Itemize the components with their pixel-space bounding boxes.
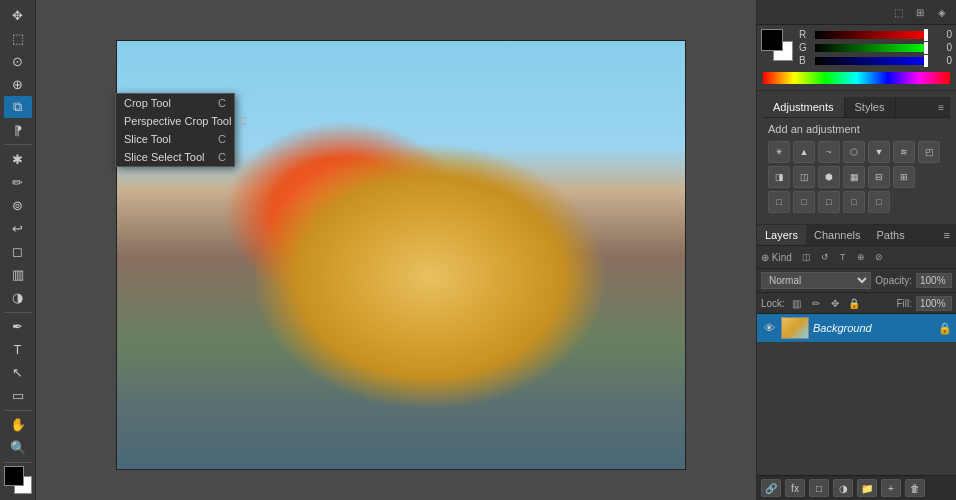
filter-adjust-btn[interactable]: ↺ bbox=[817, 249, 833, 265]
menu-item-crop-label: Crop Tool bbox=[124, 97, 171, 109]
adj-btn-levels[interactable]: ▲ bbox=[793, 141, 815, 163]
adj-btn-brightness[interactable]: ☀ bbox=[768, 141, 790, 163]
blue-label: B bbox=[799, 55, 811, 66]
lock-all-btn[interactable]: 🔒 bbox=[846, 295, 862, 311]
eraser-tool[interactable]: ◻ bbox=[4, 241, 32, 263]
layer-folder-btn[interactable]: 📁 bbox=[857, 479, 877, 497]
blue-bar[interactable] bbox=[815, 57, 928, 65]
color-spectrum[interactable] bbox=[763, 72, 950, 84]
adj-btn-bw[interactable]: ◨ bbox=[768, 166, 790, 188]
layer-fx-btn[interactable]: fx bbox=[785, 479, 805, 497]
zoom-tool[interactable]: 🔍 bbox=[4, 437, 32, 459]
adj-btn-exposure[interactable]: ⬡ bbox=[843, 141, 865, 163]
healing-brush-tool[interactable]: ✱ bbox=[4, 148, 32, 170]
type-tool[interactable]: T bbox=[4, 339, 32, 361]
opacity-input[interactable] bbox=[916, 273, 952, 288]
layers-panel: Layers Channels Paths ≡ ⊕ Kind ◫ ↺ T ⊕ ⊘… bbox=[757, 225, 956, 500]
eyedropper-tool[interactable]: ⁋ bbox=[4, 119, 32, 141]
filter-smart-btn[interactable]: ⊘ bbox=[871, 249, 887, 265]
hand-tool[interactable]: ✋ bbox=[4, 414, 32, 436]
panel-icon-3[interactable]: ◈ bbox=[932, 3, 952, 21]
adj-btn-vibrance[interactable]: ▼ bbox=[868, 141, 890, 163]
blend-mode-select[interactable]: Normal Multiply Screen Overlay bbox=[761, 272, 871, 289]
lock-position-btn[interactable]: ✥ bbox=[827, 295, 843, 311]
adj-btn-selective-color[interactable]: □ bbox=[818, 191, 840, 213]
adj-btn-curves[interactable]: ~ bbox=[818, 141, 840, 163]
adj-btn-gradient-map[interactable]: □ bbox=[793, 191, 815, 213]
tab-adjustments[interactable]: Adjustments bbox=[763, 97, 845, 117]
filter-shape-btn[interactable]: ⊕ bbox=[853, 249, 869, 265]
adj-row-3: □ □ □ □ □ bbox=[768, 191, 945, 213]
red-bar[interactable] bbox=[815, 31, 928, 39]
filter-icon-group: ◫ ↺ T ⊕ ⊘ bbox=[799, 249, 887, 265]
adj-btn-channel-mixer[interactable]: ⬢ bbox=[818, 166, 840, 188]
opacity-label: Opacity: bbox=[875, 275, 912, 286]
canvas-area: Crop Tool C Perspective Crop Tool C Slic… bbox=[36, 0, 756, 500]
green-channel-row: G 0 bbox=[797, 42, 952, 53]
menu-item-crop-shortcut: C bbox=[218, 97, 226, 109]
clone-stamp-tool[interactable]: ⊚ bbox=[4, 194, 32, 216]
fill-input[interactable] bbox=[916, 296, 952, 311]
dodge-tool[interactable]: ◑ bbox=[4, 287, 32, 309]
foreground-color-swatch[interactable] bbox=[4, 466, 24, 486]
red-channel-row: R 0 bbox=[797, 29, 952, 40]
panel-options-btn[interactable]: ≡ bbox=[932, 98, 950, 117]
layer-link-btn[interactable]: 🔗 bbox=[761, 479, 781, 497]
menu-item-slice[interactable]: Slice Tool C bbox=[116, 130, 234, 148]
fill-label: Fill: bbox=[896, 298, 912, 309]
panel-icon-2[interactable]: ⊞ bbox=[910, 3, 930, 21]
menu-item-perspective-crop[interactable]: Perspective Crop Tool C bbox=[116, 112, 234, 130]
path-select-tool[interactable]: ↖ bbox=[4, 362, 32, 384]
lock-transparent-btn[interactable]: ▥ bbox=[789, 295, 805, 311]
adj-btn-extra1[interactable]: □ bbox=[843, 191, 865, 213]
crop-tool[interactable]: ⧉ bbox=[4, 96, 32, 118]
layer-name: Background bbox=[813, 322, 934, 334]
layer-new-btn[interactable]: + bbox=[881, 479, 901, 497]
layers-filter-bar: ⊕ Kind ◫ ↺ T ⊕ ⊘ bbox=[757, 246, 956, 269]
color-section: R 0 G 0 B bbox=[757, 25, 956, 91]
toolbar-separator-1 bbox=[4, 144, 32, 145]
layer-row-background[interactable]: 👁 Background 🔒 bbox=[757, 314, 956, 342]
green-bar[interactable] bbox=[815, 44, 928, 52]
tab-channels[interactable]: Channels bbox=[806, 225, 868, 245]
blend-mode-bar: Normal Multiply Screen Overlay Opacity: bbox=[757, 269, 956, 293]
adj-btn-threshold[interactable]: □ bbox=[768, 191, 790, 213]
menu-item-crop[interactable]: Crop Tool C bbox=[116, 94, 234, 112]
color-swatches bbox=[4, 466, 32, 494]
filter-type-btn[interactable]: T bbox=[835, 249, 851, 265]
layer-adjust-btn[interactable]: ◑ bbox=[833, 479, 853, 497]
layer-mask-btn[interactable]: □ bbox=[809, 479, 829, 497]
adj-btn-extra2[interactable]: □ bbox=[868, 191, 890, 213]
lasso-tool[interactable]: ⊙ bbox=[4, 50, 32, 72]
filter-pixel-btn[interactable]: ◫ bbox=[799, 249, 815, 265]
adj-btn-invert[interactable]: ⊟ bbox=[868, 166, 890, 188]
menu-item-perspective-label: Perspective Crop Tool bbox=[124, 115, 231, 127]
tab-paths[interactable]: Paths bbox=[869, 225, 913, 245]
pen-tool[interactable]: ✒ bbox=[4, 316, 32, 338]
right-fg-swatch[interactable] bbox=[761, 29, 783, 51]
adj-btn-colorbalance[interactable]: ◰ bbox=[918, 141, 940, 163]
lock-pixels-btn[interactable]: ✏ bbox=[808, 295, 824, 311]
adj-btn-color-lookup[interactable]: ▦ bbox=[843, 166, 865, 188]
blue-channel-row: B 0 bbox=[797, 55, 952, 66]
menu-item-perspective-shortcut: C bbox=[239, 115, 247, 127]
tab-layers[interactable]: Layers bbox=[757, 225, 806, 245]
panel-icon-1[interactable]: ⬚ bbox=[888, 3, 908, 21]
gradient-tool[interactable]: ▥ bbox=[4, 264, 32, 286]
menu-item-slice-select[interactable]: Slice Select Tool C bbox=[116, 148, 234, 166]
layers-menu-btn[interactable]: ≡ bbox=[938, 225, 956, 245]
layer-delete-btn[interactable]: 🗑 bbox=[905, 479, 925, 497]
shape-tool[interactable]: ▭ bbox=[4, 385, 32, 407]
tab-styles[interactable]: Styles bbox=[845, 97, 896, 117]
move-tool[interactable]: ✥ bbox=[4, 4, 32, 26]
adj-btn-hsl[interactable]: ≋ bbox=[893, 141, 915, 163]
green-value: 0 bbox=[932, 42, 952, 53]
adj-btn-posterize[interactable]: ⊞ bbox=[893, 166, 915, 188]
quick-select-tool[interactable]: ⊕ bbox=[4, 73, 32, 95]
adj-btn-photo-filter[interactable]: ◫ bbox=[793, 166, 815, 188]
history-brush-tool[interactable]: ↩ bbox=[4, 218, 32, 240]
layer-lock-icon: 🔒 bbox=[938, 322, 952, 335]
layer-visibility-toggle[interactable]: 👁 bbox=[761, 320, 777, 336]
brush-tool[interactable]: ✏ bbox=[4, 171, 32, 193]
marquee-tool[interactable]: ⬚ bbox=[4, 27, 32, 49]
